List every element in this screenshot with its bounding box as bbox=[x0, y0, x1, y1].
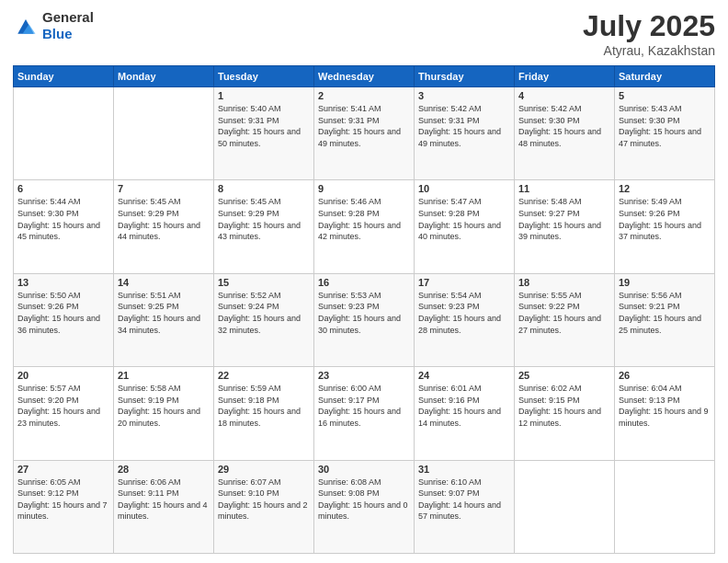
weekday-header-row: SundayMondayTuesdayWednesdayThursdayFrid… bbox=[14, 66, 715, 87]
day-cell: 7Sunrise: 5:45 AMSunset: 9:29 PMDaylight… bbox=[114, 180, 214, 273]
day-detail: Sunrise: 5:51 AMSunset: 9:25 PMDaylight:… bbox=[118, 290, 210, 336]
day-detail: Sunrise: 5:49 AMSunset: 9:26 PMDaylight:… bbox=[619, 196, 711, 242]
day-cell: 8Sunrise: 5:45 AMSunset: 9:29 PMDaylight… bbox=[214, 180, 314, 273]
day-cell: 30Sunrise: 6:08 AMSunset: 9:08 PMDayligh… bbox=[314, 460, 415, 553]
day-number: 16 bbox=[318, 277, 410, 288]
day-number: 5 bbox=[619, 90, 711, 101]
day-number: 27 bbox=[17, 464, 109, 475]
day-number: 11 bbox=[518, 183, 610, 194]
day-cell: 31Sunrise: 6:10 AMSunset: 9:07 PMDayligh… bbox=[415, 460, 515, 553]
day-detail: Sunrise: 5:42 AMSunset: 9:30 PMDaylight:… bbox=[518, 103, 610, 149]
day-number: 7 bbox=[118, 183, 210, 194]
day-cell: 12Sunrise: 5:49 AMSunset: 9:26 PMDayligh… bbox=[615, 180, 715, 273]
day-number: 19 bbox=[619, 277, 711, 288]
day-cell: 2Sunrise: 5:41 AMSunset: 9:31 PMDaylight… bbox=[314, 87, 415, 180]
day-cell: 29Sunrise: 6:07 AMSunset: 9:10 PMDayligh… bbox=[214, 460, 314, 553]
day-cell: 22Sunrise: 5:59 AMSunset: 9:18 PMDayligh… bbox=[214, 367, 314, 460]
day-detail: Sunrise: 5:55 AMSunset: 9:22 PMDaylight:… bbox=[518, 290, 610, 336]
day-cell: 13Sunrise: 5:50 AMSunset: 9:26 PMDayligh… bbox=[14, 273, 114, 366]
day-detail: Sunrise: 5:41 AMSunset: 9:31 PMDaylight:… bbox=[318, 103, 410, 149]
day-detail: Sunrise: 5:47 AMSunset: 9:28 PMDaylight:… bbox=[418, 196, 510, 242]
day-cell: 3Sunrise: 5:42 AMSunset: 9:31 PMDaylight… bbox=[415, 87, 515, 180]
day-cell: 14Sunrise: 5:51 AMSunset: 9:25 PMDayligh… bbox=[114, 273, 214, 366]
day-cell: 27Sunrise: 6:05 AMSunset: 9:12 PMDayligh… bbox=[14, 460, 114, 553]
day-detail: Sunrise: 5:54 AMSunset: 9:23 PMDaylight:… bbox=[418, 290, 510, 336]
day-detail: Sunrise: 5:45 AMSunset: 9:29 PMDaylight:… bbox=[218, 196, 310, 242]
weekday-header-sunday: Sunday bbox=[14, 66, 114, 87]
day-cell: 25Sunrise: 6:02 AMSunset: 9:15 PMDayligh… bbox=[515, 367, 615, 460]
title-block: July 2025 Atyrau, Kazakhstan bbox=[583, 9, 715, 58]
day-number: 6 bbox=[17, 183, 109, 194]
weekday-header-tuesday: Tuesday bbox=[214, 66, 314, 87]
day-number: 14 bbox=[118, 277, 210, 288]
day-number: 31 bbox=[418, 464, 510, 475]
day-number: 17 bbox=[418, 277, 510, 288]
day-cell: 4Sunrise: 5:42 AMSunset: 9:30 PMDaylight… bbox=[515, 87, 615, 180]
week-row-5: 27Sunrise: 6:05 AMSunset: 9:12 PMDayligh… bbox=[14, 460, 715, 553]
day-number: 23 bbox=[318, 370, 410, 381]
day-cell bbox=[14, 87, 114, 180]
day-cell: 24Sunrise: 6:01 AMSunset: 9:16 PMDayligh… bbox=[415, 367, 515, 460]
day-cell: 16Sunrise: 5:53 AMSunset: 9:23 PMDayligh… bbox=[314, 273, 415, 366]
day-cell bbox=[114, 87, 214, 180]
day-detail: Sunrise: 5:48 AMSunset: 9:27 PMDaylight:… bbox=[518, 196, 610, 242]
day-number: 12 bbox=[619, 183, 711, 194]
week-row-4: 20Sunrise: 5:57 AMSunset: 9:20 PMDayligh… bbox=[14, 367, 715, 460]
day-cell: 6Sunrise: 5:44 AMSunset: 9:30 PMDaylight… bbox=[14, 180, 114, 273]
day-detail: Sunrise: 5:52 AMSunset: 9:24 PMDaylight:… bbox=[218, 290, 310, 336]
day-detail: Sunrise: 5:58 AMSunset: 9:19 PMDaylight:… bbox=[118, 383, 210, 429]
weekday-header-monday: Monday bbox=[114, 66, 214, 87]
day-detail: Sunrise: 5:56 AMSunset: 9:21 PMDaylight:… bbox=[619, 290, 711, 336]
day-detail: Sunrise: 6:01 AMSunset: 9:16 PMDaylight:… bbox=[418, 383, 510, 429]
day-detail: Sunrise: 5:44 AMSunset: 9:30 PMDaylight:… bbox=[17, 196, 109, 242]
weekday-header-wednesday: Wednesday bbox=[314, 66, 415, 87]
day-cell: 11Sunrise: 5:48 AMSunset: 9:27 PMDayligh… bbox=[515, 180, 615, 273]
week-row-3: 13Sunrise: 5:50 AMSunset: 9:26 PMDayligh… bbox=[14, 273, 715, 366]
day-detail: Sunrise: 5:57 AMSunset: 9:20 PMDaylight:… bbox=[17, 383, 109, 429]
day-cell: 1Sunrise: 5:40 AMSunset: 9:31 PMDaylight… bbox=[214, 87, 314, 180]
day-detail: Sunrise: 6:04 AMSunset: 9:13 PMDaylight:… bbox=[619, 383, 711, 429]
month-year: July 2025 bbox=[583, 9, 715, 43]
weekday-header-thursday: Thursday bbox=[415, 66, 515, 87]
day-cell: 28Sunrise: 6:06 AMSunset: 9:11 PMDayligh… bbox=[114, 460, 214, 553]
week-row-1: 1Sunrise: 5:40 AMSunset: 9:31 PMDaylight… bbox=[14, 87, 715, 180]
day-number: 24 bbox=[418, 370, 510, 381]
day-cell: 18Sunrise: 5:55 AMSunset: 9:22 PMDayligh… bbox=[515, 273, 615, 366]
day-cell: 9Sunrise: 5:46 AMSunset: 9:28 PMDaylight… bbox=[314, 180, 415, 273]
weekday-header-friday: Friday bbox=[515, 66, 615, 87]
day-detail: Sunrise: 5:53 AMSunset: 9:23 PMDaylight:… bbox=[318, 290, 410, 336]
week-row-2: 6Sunrise: 5:44 AMSunset: 9:30 PMDaylight… bbox=[14, 180, 715, 273]
day-cell: 5Sunrise: 5:43 AMSunset: 9:30 PMDaylight… bbox=[615, 87, 715, 180]
logo-text: General Blue bbox=[42, 9, 94, 42]
day-number: 30 bbox=[318, 464, 410, 475]
day-number: 4 bbox=[518, 90, 610, 101]
day-cell: 19Sunrise: 5:56 AMSunset: 9:21 PMDayligh… bbox=[615, 273, 715, 366]
day-cell: 26Sunrise: 6:04 AMSunset: 9:13 PMDayligh… bbox=[615, 367, 715, 460]
day-detail: Sunrise: 5:45 AMSunset: 9:29 PMDaylight:… bbox=[118, 196, 210, 242]
day-number: 9 bbox=[318, 183, 410, 194]
day-number: 21 bbox=[118, 370, 210, 381]
day-detail: Sunrise: 5:59 AMSunset: 9:18 PMDaylight:… bbox=[218, 383, 310, 429]
day-detail: Sunrise: 6:10 AMSunset: 9:07 PMDaylight:… bbox=[418, 477, 510, 523]
day-number: 3 bbox=[418, 90, 510, 101]
day-number: 20 bbox=[17, 370, 109, 381]
header: General Blue July 2025 Atyrau, Kazakhsta… bbox=[13, 9, 715, 58]
day-number: 15 bbox=[218, 277, 310, 288]
day-detail: Sunrise: 5:42 AMSunset: 9:31 PMDaylight:… bbox=[418, 103, 510, 149]
logo: General Blue bbox=[13, 9, 94, 42]
day-detail: Sunrise: 5:46 AMSunset: 9:28 PMDaylight:… bbox=[318, 196, 410, 242]
weekday-header-saturday: Saturday bbox=[615, 66, 715, 87]
day-cell bbox=[515, 460, 615, 553]
day-number: 25 bbox=[518, 370, 610, 381]
day-cell: 10Sunrise: 5:47 AMSunset: 9:28 PMDayligh… bbox=[415, 180, 515, 273]
day-detail: Sunrise: 6:05 AMSunset: 9:12 PMDaylight:… bbox=[17, 477, 109, 523]
day-cell: 21Sunrise: 5:58 AMSunset: 9:19 PMDayligh… bbox=[114, 367, 214, 460]
day-cell: 15Sunrise: 5:52 AMSunset: 9:24 PMDayligh… bbox=[214, 273, 314, 366]
day-detail: Sunrise: 6:02 AMSunset: 9:15 PMDaylight:… bbox=[518, 383, 610, 429]
day-cell bbox=[615, 460, 715, 553]
calendar-table: SundayMondayTuesdayWednesdayThursdayFrid… bbox=[13, 65, 715, 554]
day-detail: Sunrise: 6:07 AMSunset: 9:10 PMDaylight:… bbox=[218, 477, 310, 523]
day-number: 13 bbox=[17, 277, 109, 288]
day-number: 8 bbox=[218, 183, 310, 194]
day-detail: Sunrise: 6:00 AMSunset: 9:17 PMDaylight:… bbox=[318, 383, 410, 429]
